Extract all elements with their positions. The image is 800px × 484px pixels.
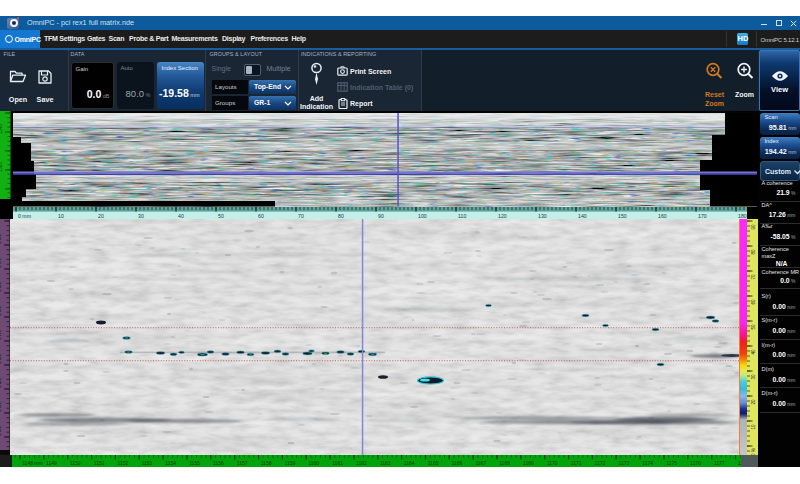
svg-text:1174: 1174	[642, 460, 653, 466]
svg-text:1162: 1162	[356, 460, 367, 466]
svg-text:1150: 1150	[70, 460, 81, 466]
svg-text:1460: 1460	[0, 281, 2, 292]
svg-text:80: 80	[750, 249, 755, 255]
svg-text:1173: 1173	[619, 460, 630, 466]
svg-text:10: 10	[750, 424, 755, 430]
svg-text:90: 90	[378, 212, 384, 218]
svg-text:120: 120	[498, 212, 507, 218]
svg-text:60: 60	[750, 299, 755, 305]
svg-text:90: 90	[750, 224, 755, 230]
svg-text:160: 160	[658, 212, 667, 218]
svg-text:30: 30	[138, 212, 144, 218]
svg-text:20: 20	[750, 399, 755, 405]
svg-text:1480: 1480	[0, 233, 2, 244]
svg-text:100: 100	[418, 212, 427, 218]
svg-text:1163: 1163	[380, 460, 391, 466]
svg-text:1170: 1170	[547, 460, 558, 466]
svg-text:1470: 1470	[0, 257, 2, 268]
svg-text:1345: 1345	[0, 123, 3, 134]
svg-text:1168: 1168	[499, 460, 510, 466]
svg-text:1164: 1164	[404, 460, 415, 466]
svg-text:1400: 1400	[0, 425, 2, 436]
svg-text:1171: 1171	[571, 460, 582, 466]
svg-text:0 %: 0 %	[750, 448, 755, 455]
svg-text:1152: 1152	[118, 460, 129, 466]
svg-text:0 mm: 0 mm	[18, 212, 31, 218]
svg-text:140: 140	[578, 212, 587, 218]
svg-text:1153: 1153	[141, 460, 152, 466]
svg-text:30: 30	[750, 374, 755, 380]
svg-text:1176: 1176	[690, 460, 701, 466]
svg-text:1169: 1169	[523, 460, 534, 466]
svg-text:10: 10	[58, 212, 64, 218]
svg-text:1155: 1155	[189, 460, 200, 466]
svg-text:1160: 1160	[308, 460, 319, 466]
svg-text:1172: 1172	[595, 460, 606, 466]
svg-text:70: 70	[750, 274, 755, 280]
svg-text:1430: 1430	[0, 353, 2, 364]
svg-text:1149: 1149	[46, 460, 57, 466]
svg-text:1450: 1450	[0, 305, 2, 316]
svg-text:170: 170	[698, 212, 707, 218]
svg-text:1167: 1167	[475, 460, 486, 466]
svg-text:1175: 1175	[666, 460, 677, 466]
svg-text:1151: 1151	[94, 460, 105, 466]
svg-text:50: 50	[750, 324, 755, 330]
svg-text:1325: 1325	[0, 161, 3, 172]
svg-text:1177: 1177	[714, 460, 725, 466]
svg-text:1156: 1156	[213, 460, 224, 466]
svg-text:1420: 1420	[0, 377, 2, 388]
svg-text:150: 150	[618, 212, 627, 218]
svg-text:1166: 1166	[452, 460, 463, 466]
svg-text:130: 130	[538, 212, 547, 218]
svg-text:1154: 1154	[165, 460, 176, 466]
svg-text:20: 20	[98, 212, 104, 218]
svg-text:1157: 1157	[237, 460, 248, 466]
svg-text:50: 50	[218, 212, 224, 218]
svg-text:1440: 1440	[0, 329, 2, 340]
svg-text:1410: 1410	[0, 401, 2, 412]
svg-text:40: 40	[750, 349, 755, 355]
svg-text:1165: 1165	[428, 460, 439, 466]
svg-text:1158: 1158	[261, 460, 272, 466]
svg-text:1148 mm: 1148 mm	[22, 460, 42, 466]
svg-text:110: 110	[458, 212, 466, 218]
svg-text:60: 60	[258, 212, 264, 218]
svg-text:70: 70	[298, 212, 304, 218]
svg-text:40: 40	[178, 212, 184, 218]
svg-text:1161: 1161	[332, 460, 343, 466]
svg-text:80: 80	[338, 212, 344, 218]
svg-text:180: 180	[738, 212, 747, 218]
svg-text:1159: 1159	[285, 460, 296, 466]
